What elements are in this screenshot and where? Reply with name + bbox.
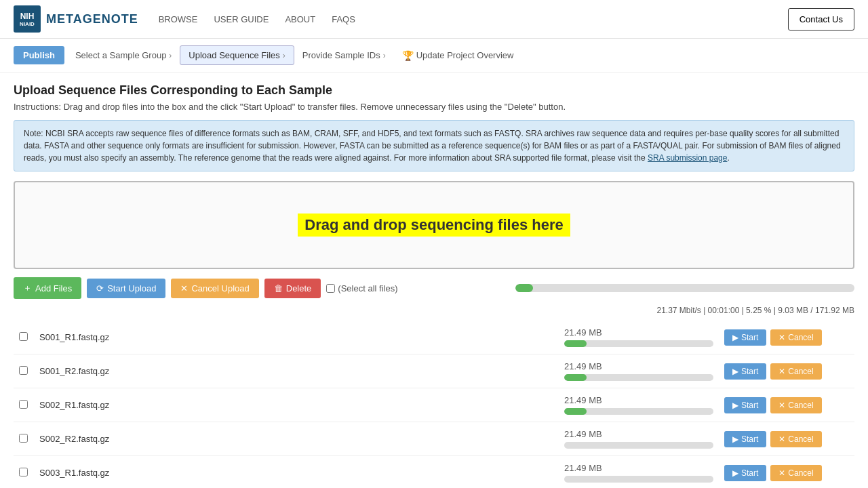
file-cancel-button-1[interactable]: ✕ Cancel [770, 363, 821, 380]
step-provide-ids[interactable]: Provide Sample IDs › [294, 46, 394, 64]
sra-link[interactable]: SRA submission page [648, 153, 727, 163]
file-checkbox-0[interactable] [19, 332, 28, 341]
file-progress-bar-inner [564, 374, 587, 381]
file-checkbox-cell [14, 354, 34, 388]
file-start-button-4[interactable]: ▶ Start [724, 465, 766, 481]
cancel-icon: ✕ [778, 367, 785, 376]
start-label: Start [741, 468, 758, 478]
step2-label: Upload Sequence Files [189, 50, 279, 60]
cancel-label: Cancel [788, 468, 813, 478]
file-name-cell: S002_R2.fastq.gz [34, 422, 559, 456]
file-checkbox-cell [14, 456, 34, 489]
cancel-label: Cancel [788, 401, 813, 410]
contact-us-button[interactable]: Contact Us [788, 8, 854, 30]
file-cancel-button-3[interactable]: ✕ Cancel [770, 431, 821, 447]
file-actions-cell: ▶ Start ✕ Cancel [719, 388, 854, 422]
step-select-group[interactable]: Select a Sample Group › [67, 46, 180, 64]
main-nav: BROWSE USER GUIDE ABOUT FAQS [159, 14, 788, 24]
nav-about[interactable]: ABOUT [285, 14, 315, 24]
steps-bar: Publish Select a Sample Group › Upload S… [0, 39, 868, 73]
file-actions: ▶ Start ✕ Cancel [724, 329, 849, 346]
file-name-cell: S001_R1.fastq.gz [34, 321, 559, 354]
file-actions: ▶ Start ✕ Cancel [724, 431, 849, 447]
file-progress-bar-inner [564, 408, 587, 415]
delete-label: Delete [286, 283, 312, 293]
file-actions: ▶ Start ✕ Cancel [724, 465, 849, 481]
file-size: 21.49 MB [564, 327, 602, 338]
nav-browse[interactable]: BROWSE [159, 14, 198, 24]
select-all-label[interactable]: (Select all files) [326, 283, 397, 293]
file-checkbox-cell [14, 388, 34, 422]
action-bar: ＋ Add Files ⟳ Start Upload ✕ Cancel Uplo… [14, 277, 854, 299]
file-size-cell: 21.49 MB [559, 321, 719, 354]
file-actions-cell: ▶ Start ✕ Cancel [719, 354, 854, 388]
step1-label: Select a Sample Group [75, 50, 166, 60]
instructions-text: Instructions: Drag and drop files into t… [14, 102, 854, 112]
file-name: S002_R2.fastq.gz [39, 434, 109, 444]
step-update-overview[interactable]: 🏆 Update Project Overview [394, 46, 522, 65]
play-icon: ▶ [732, 401, 738, 410]
file-start-button-3[interactable]: ▶ Start [724, 431, 766, 447]
cancel-icon: ✕ [180, 283, 188, 293]
cancel-icon: ✕ [778, 434, 785, 444]
file-start-button-0[interactable]: ▶ Start [724, 329, 766, 346]
file-progress-bar-outer [564, 442, 713, 449]
table-row: S003_R1.fastq.gz 21.49 MB ▶ Start ✕ Canc… [14, 456, 854, 489]
start-upload-button[interactable]: ⟳ Start Upload [87, 279, 165, 298]
select-all-text: (Select all files) [338, 283, 397, 293]
file-cancel-button-2[interactable]: ✕ Cancel [770, 397, 821, 413]
file-progress-bar-outer [564, 476, 713, 483]
global-progress-area [515, 284, 854, 292]
file-start-button-1[interactable]: ▶ Start [724, 363, 766, 380]
nih-logo: NIH NIAID [14, 5, 41, 33]
file-size-cell: 21.49 MB [559, 422, 719, 456]
start-label: Start [741, 401, 758, 410]
nav-user-guide[interactable]: USER GUIDE [214, 14, 269, 24]
file-name: S002_R1.fastq.gz [39, 400, 109, 410]
start-label: Start [741, 333, 758, 342]
file-size: 21.49 MB [564, 463, 602, 473]
file-actions-cell: ▶ Start ✕ Cancel [719, 321, 854, 354]
global-progress-bar-inner [515, 284, 533, 292]
file-checkbox-3[interactable] [19, 434, 28, 443]
file-size: 21.49 MB [564, 429, 602, 439]
file-checkbox-4[interactable] [19, 468, 28, 476]
cancel-icon: ✕ [778, 468, 785, 478]
drop-zone[interactable]: Drag and drop sequencing files here [14, 181, 854, 269]
page-title: Upload Sequence Files Corresponding to E… [14, 83, 854, 98]
file-checkbox-2[interactable] [19, 400, 28, 409]
publish-button[interactable]: Publish [14, 46, 64, 64]
upload-stats-text: 21.37 Mbit/s | 00:01:00 | 5.25 % | 9.03 … [656, 306, 854, 315]
file-actions: ▶ Start ✕ Cancel [724, 363, 849, 380]
plus-icon: ＋ [23, 282, 32, 294]
file-size-cell: 21.49 MB [559, 456, 719, 489]
file-checkbox-cell [14, 422, 34, 456]
file-checkbox-1[interactable] [19, 366, 28, 375]
file-start-button-2[interactable]: ▶ Start [724, 397, 766, 413]
file-progress-bar-outer [564, 374, 713, 381]
file-size-cell: 21.49 MB [559, 354, 719, 388]
file-checkbox-cell [14, 321, 34, 354]
add-files-button[interactable]: ＋ Add Files [14, 277, 81, 299]
table-row: S002_R1.fastq.gz 21.49 MB ▶ Start ✕ Canc… [14, 388, 854, 422]
file-progress-bar-inner [564, 340, 587, 347]
upload-icon: ⟳ [96, 283, 104, 293]
cancel-upload-button[interactable]: ✕ Cancel Upload [171, 279, 258, 298]
play-icon: ▶ [732, 333, 738, 342]
table-row: S001_R2.fastq.gz 21.49 MB ▶ Start ✕ Canc… [14, 354, 854, 388]
file-cancel-button-4[interactable]: ✕ Cancel [770, 465, 821, 481]
delete-button[interactable]: 🗑 Delete [264, 279, 321, 298]
step-upload-files[interactable]: Upload Sequence Files › [180, 45, 294, 65]
file-size: 21.49 MB [564, 361, 602, 371]
file-size-cell: 21.49 MB [559, 388, 719, 422]
select-all-checkbox[interactable] [326, 284, 335, 293]
file-table: S001_R1.fastq.gz 21.49 MB ▶ Start ✕ Canc… [14, 321, 854, 488]
step4-label: Update Project Overview [416, 50, 514, 60]
start-upload-label: Start Upload [107, 283, 156, 293]
file-cancel-button-0[interactable]: ✕ Cancel [770, 329, 821, 346]
nav-faqs[interactable]: FAQS [332, 14, 355, 24]
file-name: S003_R1.fastq.gz [39, 468, 109, 478]
start-label: Start [741, 367, 758, 376]
trash-icon: 🗑 [274, 283, 283, 293]
step3-label: Provide Sample IDs [302, 50, 380, 60]
